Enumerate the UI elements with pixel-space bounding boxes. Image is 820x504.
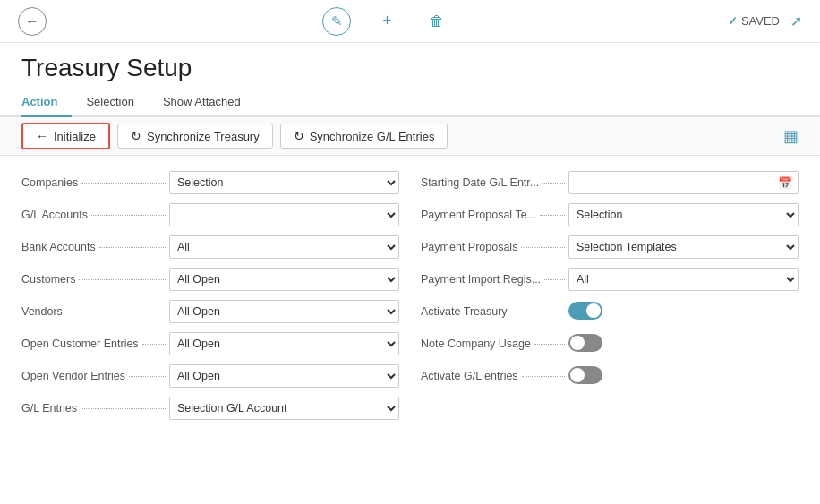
payment-proposal-template-select[interactable]: SelectionAllAll Open: [568, 203, 799, 226]
note-company-row: Note Company Usage: [421, 331, 799, 356]
top-bar-center: ✎ + 🗑: [322, 7, 451, 36]
tab-action[interactable]: Action: [21, 90, 72, 117]
activate-gl-row: Activate G/L entries: [421, 363, 799, 389]
companies-select[interactable]: SelectionAllAll Open: [169, 171, 399, 194]
tab-selection[interactable]: Selection: [86, 90, 148, 117]
note-company-knob: [570, 336, 585, 350]
calendar-icon[interactable]: 📅: [773, 176, 798, 190]
edit-button[interactable]: ✎: [322, 7, 351, 36]
activate-treasury-toggle[interactable]: [568, 302, 602, 320]
starting-date-label: Starting Date G/L Entr...: [421, 176, 568, 189]
page-title: Treasury Setup: [0, 43, 820, 90]
customers-label: Customers: [21, 273, 169, 286]
payment-proposals-label: Payment Proposals: [421, 241, 568, 253]
form-area: Companies SelectionAllAll Open G/L Accou…: [0, 156, 820, 421]
payment-proposals-row: Payment Proposals Selection TemplatesAll…: [421, 235, 799, 260]
gl-accounts-row: G/L Accounts SelectionAll: [21, 202, 399, 227]
gl-entries-label: G/L Entries: [21, 402, 169, 414]
companies-label: Companies: [21, 176, 169, 189]
vendors-row: Vendors All OpenAllSelection: [21, 299, 399, 324]
open-vendor-entries-label: Open Vendor Entries: [21, 370, 169, 382]
payment-import-label: Payment Import Regis...: [421, 273, 568, 286]
nav-tabs: Action Selection Show Attached: [0, 90, 820, 117]
payment-import-select[interactable]: AllSelectionAll Open: [568, 268, 799, 291]
gl-accounts-select[interactable]: SelectionAll: [169, 203, 399, 226]
open-customer-entries-label: Open Customer Entries: [21, 337, 169, 350]
payment-proposals-select[interactable]: Selection TemplatesAllSelection: [568, 235, 799, 259]
activate-gl-label: Activate G/L entries: [421, 370, 568, 382]
payment-proposal-template-label: Payment Proposal Te...: [421, 209, 568, 221]
initialize-icon: ←: [36, 129, 48, 143]
bank-accounts-row: Bank Accounts AllSelectionAll Open: [21, 235, 399, 260]
gl-entries-select[interactable]: Selection G/L AccountAllAll Open: [169, 397, 399, 420]
starting-date-row: Starting Date G/L Entr... 📅: [421, 170, 799, 195]
saved-status: ✓ SAVED: [728, 14, 780, 28]
gl-entries-row: G/L Entries Selection G/L AccountAllAll …: [21, 396, 399, 421]
back-button[interactable]: ←: [18, 7, 47, 36]
activate-treasury-knob: [586, 303, 601, 318]
payment-proposal-template-row: Payment Proposal Te... SelectionAllAll O…: [421, 202, 799, 227]
sync-treasury-icon: ↻: [131, 129, 141, 143]
saved-check-icon: ✓: [728, 14, 738, 28]
activate-treasury-label: Activate Treasury: [421, 305, 568, 318]
expand-button[interactable]: ➚: [790, 13, 802, 30]
initialize-button[interactable]: ← Initialize: [21, 123, 110, 149]
gl-accounts-label: G/L Accounts: [21, 209, 169, 221]
vendors-select[interactable]: All OpenAllSelection: [169, 300, 399, 323]
starting-date-input-wrap: 📅: [568, 171, 799, 194]
open-vendor-entries-row: Open Vendor Entries All OpenAllSelection: [21, 363, 399, 389]
companies-row: Companies SelectionAllAll Open: [21, 170, 399, 195]
action-bar: ← Initialize ↻ Synchronize Treasury ↻ Sy…: [0, 117, 820, 156]
bank-accounts-select[interactable]: AllSelectionAll Open: [169, 235, 399, 259]
activate-treasury-row: Activate Treasury: [421, 299, 799, 324]
top-bar: ← ✎ + 🗑 ✓ SAVED ➚: [0, 0, 820, 43]
activate-gl-knob: [570, 368, 585, 382]
synchronize-gl-button[interactable]: ↻ Synchronize G/L Entries: [280, 124, 448, 149]
form-left-col: Companies SelectionAllAll Open G/L Accou…: [21, 170, 421, 421]
bank-accounts-label: Bank Accounts: [21, 241, 169, 253]
tab-show-attached[interactable]: Show Attached: [163, 90, 255, 117]
note-company-toggle[interactable]: [568, 334, 602, 352]
starting-date-input[interactable]: [569, 176, 773, 189]
customers-row: Customers All OpenAllSelection: [21, 267, 399, 292]
activate-gl-toggle[interactable]: [568, 366, 602, 384]
vendors-label: Vendors: [21, 305, 169, 318]
synchronize-treasury-button[interactable]: ↻ Synchronize Treasury: [117, 124, 273, 149]
payment-import-row: Payment Import Regis... AllSelectionAll …: [421, 267, 799, 292]
open-customer-entries-select[interactable]: All OpenAllSelection: [169, 332, 399, 355]
open-vendor-entries-select[interactable]: All OpenAllSelection: [169, 364, 399, 388]
customers-select[interactable]: All OpenAllSelection: [169, 268, 399, 291]
add-button[interactable]: +: [372, 7, 401, 36]
delete-button[interactable]: 🗑: [423, 7, 451, 36]
form-right-col: Starting Date G/L Entr... 📅 Payment Prop…: [421, 170, 799, 421]
sync-gl-icon: ↻: [294, 129, 304, 143]
note-company-label: Note Company Usage: [421, 337, 568, 350]
action-bar-expand[interactable]: ▦: [783, 126, 799, 146]
top-bar-right: ✓ SAVED ➚: [728, 13, 802, 30]
open-customer-entries-row: Open Customer Entries All OpenAllSelecti…: [21, 331, 399, 356]
top-bar-left: ←: [18, 7, 47, 36]
